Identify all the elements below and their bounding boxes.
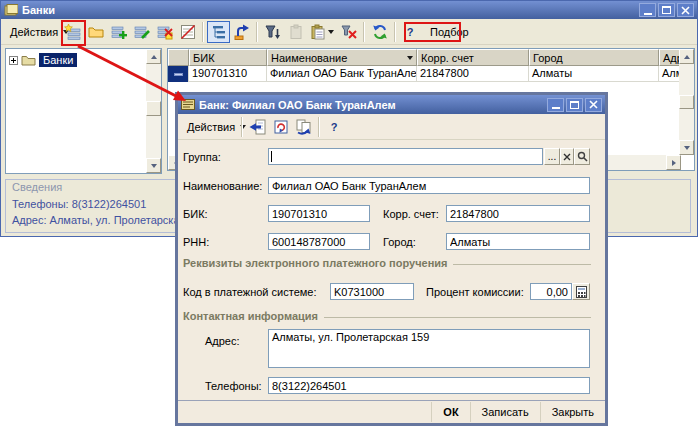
toolbar-separator	[241, 117, 243, 137]
dialog-toolbar: Действия	[178, 114, 605, 140]
header-name[interactable]: Наименование	[267, 49, 417, 66]
group-label: Группа:	[183, 151, 221, 163]
refresh-button[interactable]	[368, 21, 391, 43]
copy-based-button[interactable]	[292, 116, 315, 138]
header-address[interactable]: Адрес	[659, 49, 681, 66]
info-phones: Телефоны: 8(3122)264501	[12, 198, 146, 210]
reread-icon	[273, 119, 289, 135]
go-back-icon	[249, 119, 266, 135]
sort-settings-button[interactable]	[261, 21, 284, 43]
arrow-down-icon	[151, 164, 157, 168]
add-group-button[interactable]	[84, 21, 107, 43]
group-input[interactable]	[268, 148, 543, 165]
commission-input[interactable]	[530, 283, 572, 300]
header-korr[interactable]: Корр. счет	[417, 49, 529, 66]
bik-input[interactable]	[268, 205, 370, 222]
header-name-label: Наименование	[271, 52, 347, 64]
reread-button[interactable]	[269, 116, 292, 138]
maximize-button[interactable]	[658, 3, 675, 17]
dialog-actions-menu-button[interactable]: Действия	[180, 118, 238, 136]
hierarchy-view-icon	[212, 25, 226, 39]
rnn-input[interactable]	[268, 233, 370, 250]
row-marker-icon	[174, 73, 183, 76]
city-label: Город:	[383, 236, 416, 248]
go-back-button[interactable]	[246, 116, 269, 138]
form-icon	[181, 99, 195, 110]
dialog-maximize-button[interactable]	[566, 98, 583, 112]
info-address: Адрес: Алматы, ул. Пролетарская	[12, 214, 186, 226]
bank-dialog-titlebar[interactable]: Банк: Филиал ОАО Банк ТуранАлем	[178, 95, 605, 114]
dialog-close-button[interactable]	[585, 98, 602, 112]
clear-filter-button[interactable]	[337, 21, 360, 43]
tree-node-label[interactable]: Банки	[39, 53, 77, 67]
paycode-label: Код в платежной системе:	[183, 286, 316, 298]
cell-name[interactable]: Филиал ОАО Банк ТуранАлем	[267, 66, 417, 82]
cell-address[interactable]: Алм	[659, 66, 681, 82]
arrow-down-icon	[684, 146, 690, 150]
delete-mark-icon	[157, 24, 173, 40]
edit-icon	[134, 24, 150, 40]
add-copy-button[interactable]	[107, 21, 130, 43]
actions-menu-button[interactable]: Действия	[3, 23, 61, 41]
dialog-window-controls	[547, 98, 602, 112]
edit-button[interactable]	[130, 21, 153, 43]
info-title: Сведения	[12, 181, 62, 193]
tree-scrollbar[interactable]	[146, 49, 161, 173]
cell-korr[interactable]: 21847800	[417, 66, 529, 82]
ok-button[interactable]: ОК	[431, 402, 469, 422]
close-button[interactable]	[677, 3, 694, 17]
arrow-right-icon	[672, 160, 676, 166]
arrow-up-icon	[684, 55, 690, 59]
groups-tree-panel: Банки	[5, 48, 162, 174]
city-input[interactable]	[446, 233, 590, 250]
tree-scroll-thumb[interactable]	[146, 101, 161, 116]
app-icon	[4, 4, 18, 16]
close-dialog-button[interactable]: Закрыть	[540, 402, 605, 422]
text-cursor	[271, 151, 272, 162]
dialog-minimize-button[interactable]	[547, 98, 564, 112]
table-row[interactable]: 190701310 Филиал ОАО Банк ТуранАлем 2184…	[168, 66, 681, 82]
expand-plus-icon[interactable]	[9, 56, 18, 65]
toolbar-separator	[256, 22, 258, 42]
table-vscrollbar[interactable]	[679, 49, 694, 155]
hierarchy-view-button[interactable]	[207, 21, 230, 43]
cell-bik[interactable]: 190701310	[189, 66, 267, 82]
paycode-input[interactable]	[330, 283, 414, 300]
banks-toolbar: Действия	[1, 19, 697, 45]
header-bik[interactable]: БИК	[189, 49, 267, 66]
table-scroll-right-button[interactable]	[666, 155, 681, 170]
toolbar-separator	[394, 22, 396, 42]
address-textarea[interactable]: Алматы, ул. Пролетарская 159	[268, 329, 590, 368]
calculator-button[interactable]	[572, 283, 590, 300]
table-scroll-down-button[interactable]	[679, 140, 694, 155]
banks-titlebar[interactable]: Банки	[1, 1, 697, 19]
contact-section-label: Контактная информация	[183, 310, 318, 322]
close-icon	[589, 100, 598, 109]
preview-toggle-icon	[180, 24, 196, 40]
dialog-help-button[interactable]: ?	[323, 117, 345, 137]
up-level-button[interactable]	[230, 21, 253, 43]
refresh-icon	[372, 24, 388, 40]
korr-input[interactable]	[446, 205, 590, 222]
tree-scroll-up-button[interactable]	[146, 49, 161, 64]
save-button[interactable]: Записать	[470, 402, 540, 422]
table-vscroll-thumb[interactable]	[679, 95, 694, 109]
preview-toggle-button[interactable]	[176, 21, 199, 43]
toolbar-separator	[202, 22, 204, 42]
phones-input[interactable]	[268, 377, 590, 394]
dialog-button-bar: ОК Записать Закрыть	[178, 400, 605, 423]
tree-node-banks[interactable]: Банки	[9, 53, 77, 67]
folder-icon	[21, 54, 36, 66]
output-list-button[interactable]	[307, 21, 337, 43]
name-input[interactable]	[268, 177, 590, 194]
cell-city[interactable]: Алматы	[529, 66, 659, 82]
group-open-button[interactable]	[574, 148, 590, 165]
group-clear-button[interactable]	[560, 148, 574, 165]
header-city[interactable]: Город	[529, 49, 659, 66]
table-scroll-up-button[interactable]	[679, 49, 694, 64]
group-select-button[interactable]: ...	[544, 148, 560, 165]
delete-mark-button[interactable]	[153, 21, 176, 43]
tree-scroll-down-button[interactable]	[146, 158, 161, 173]
table-header-row: БИК Наименование Корр. счет Город Адрес	[168, 49, 681, 66]
minimize-button[interactable]	[639, 3, 656, 17]
